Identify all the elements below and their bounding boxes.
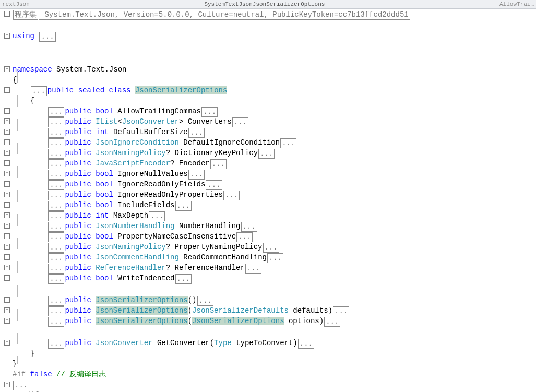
type-name: JsonNamingPolicy [96,149,165,157]
collapsed-block[interactable]: ... [48,317,64,327]
fold-icon[interactable] [4,318,10,324]
fold-icon[interactable] [4,202,10,208]
collapsed-block[interactable]: ... [188,170,205,180]
fold-icon[interactable] [4,233,10,239]
collapsed-line: ... [13,379,536,390]
collapsed-block[interactable]: ... [263,243,279,253]
collapsed-block[interactable]: ... [267,253,283,263]
preproc-if-line: #if false // 反编译日志 [13,369,536,379]
fold-icon[interactable] [4,160,10,166]
collapsed-block[interactable]: ... [48,243,64,253]
collapsed-block[interactable]: ... [175,201,192,211]
collapsed-block[interactable]: ... [48,296,64,306]
collapsed-block[interactable]: ... [48,128,64,138]
fold-icon[interactable] [4,66,10,72]
collapsed-block[interactable]: ... [48,339,64,349]
fold-icon[interactable] [4,382,10,387]
fold-icon[interactable] [4,340,10,346]
collapsed-block[interactable]: ... [48,211,64,221]
left-tab-label[interactable]: rextJson [2,0,30,9]
collapsed-block[interactable]: ... [236,232,253,242]
collapsed-block[interactable]: ... [13,381,29,390]
collapsed-block[interactable]: ... [48,107,64,117]
fold-icon[interactable] [4,139,10,145]
collapsed-block[interactable]: ... [48,232,64,242]
collapsed-block[interactable]: ... [48,253,64,263]
collapsed-block[interactable]: ... [324,317,340,327]
collapsed-block[interactable]: ... [48,274,64,284]
collapsed-block[interactable]: ... [48,170,64,180]
member-name: Encoder [175,159,210,168]
collapsed-block[interactable]: ... [48,180,64,190]
collapsed-block[interactable]: ... [48,201,64,211]
collapsed-block[interactable]: ... [197,296,213,306]
fold-icon[interactable] [4,11,10,17]
member-name: IgnoreNullValues [113,170,188,178]
fold-icon[interactable] [4,108,10,114]
member-name: AllowTrailingCommas [113,107,201,115]
collapsed-block[interactable]: ... [48,159,64,169]
right-tab-label[interactable]: AllowTrai… [499,0,534,9]
fold-icon[interactable] [4,181,10,187]
collapsed-block[interactable]: ... [31,86,47,96]
public-keyword: public [65,128,91,136]
fold-icon[interactable] [4,192,10,197]
collapsed-block[interactable]: ... [258,149,275,159]
fold-icon[interactable] [4,118,10,124]
member-name: IgnoreReadOnlyFields [113,180,205,188]
collapsed-block[interactable]: ... [48,149,64,159]
class-keyword: class [109,86,130,94]
open-brace: { [13,96,536,106]
collapsed-block[interactable]: ... [48,264,64,274]
assembly-label: 程序集 [13,10,38,20]
collapsed-block[interactable]: ... [188,128,205,138]
constructors-list: ...public JsonSerializerOptions()... ...… [13,295,536,326]
public-keyword: public [65,296,91,304]
public-keyword: public [65,180,91,188]
collapsed-block[interactable]: ... [149,211,165,221]
namespace-line: namespace System.Text.Json [13,64,536,75]
collapsed-block[interactable]: ... [280,138,296,148]
fold-icon[interactable] [4,244,10,250]
collapsed-block[interactable]: ... [201,107,218,117]
center-tab-label[interactable]: SystemTextJsonJsonSerializerOptions [34,0,495,9]
open-brace: { [13,75,536,85]
collapsed-block[interactable]: ... [48,191,64,200]
fold-icon[interactable] [4,275,10,281]
collapsed-block[interactable]: ... [39,32,55,42]
fold-icon[interactable] [4,171,10,176]
public-keyword: public [65,201,91,209]
constructor-line: ...public JsonSerializerOptions()... [13,295,536,305]
fold-icon[interactable] [4,212,10,218]
fold-icon[interactable] [4,33,10,39]
constructor-name: JsonSerializerOptions [96,306,187,315]
collapsed-block[interactable]: ... [245,264,261,274]
member-line: ...public JavaScriptEncoder? Encoder... [13,158,536,169]
fold-icon[interactable] [4,129,10,135]
collapsed-block[interactable]: ... [48,306,64,316]
fold-icon[interactable] [4,223,10,229]
fold-icon[interactable] [4,307,10,313]
collapsed-block[interactable]: ... [206,180,222,190]
fold-icon[interactable] [4,297,10,303]
collapsed-block[interactable]: ... [241,222,257,232]
collapsed-block[interactable]: ... [48,117,64,127]
collapsed-block[interactable]: ... [333,306,349,316]
collapsed-block[interactable]: ... [210,159,227,169]
fold-icon[interactable] [4,87,10,93]
sealed-keyword: sealed [78,86,104,94]
type-name: bool [96,201,113,209]
collapsed-block[interactable]: ... [48,138,64,148]
type-name: bool [96,274,113,282]
fold-icon[interactable] [4,265,10,270]
fold-icon[interactable] [4,254,10,260]
collapsed-block[interactable]: ... [48,222,64,232]
collapsed-block[interactable]: ... [175,274,192,284]
member-line: ...public JsonNumberHandling NumberHandl… [13,221,536,231]
param-type: JsonSerializerDefaults [192,306,289,315]
fold-icon[interactable] [4,150,10,156]
code-editor[interactable]: 程序集 System.Text.Json, Version=5.0.0.0, C… [0,9,536,392]
collapsed-block[interactable]: ... [232,117,248,127]
collapsed-block[interactable]: ... [298,339,314,349]
collapsed-block[interactable]: ... [223,191,240,200]
